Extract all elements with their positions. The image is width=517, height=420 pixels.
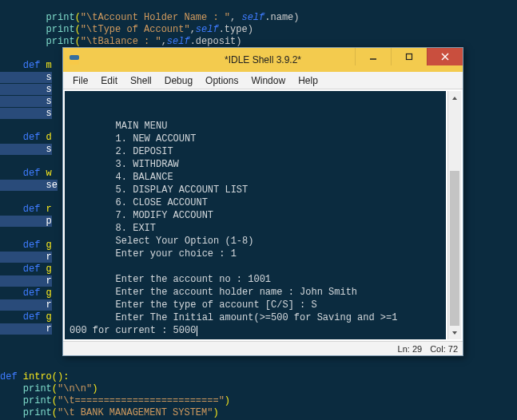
menu-debug[interactable]: Debug [158,73,199,88]
code-token: "\n\n" [58,383,92,394]
shell-line: Select Your Option (1-8) [70,236,253,247]
code-token: def [0,311,46,323]
shell-line: 3. WITHDRAW [70,159,179,170]
code-token: (): [52,371,70,382]
shell-line: MAIN MENU [70,121,167,132]
code-token: r [0,323,52,335]
code-token: .name) [264,12,299,23]
menu-edit[interactable]: Edit [94,73,124,88]
maximize-button[interactable] [391,48,427,65]
shell-line: Enter the account holder name : John Smi… [70,287,357,298]
shell-line: Enter the type of account [C/S] : S [70,299,317,311]
shell-text-area[interactable]: MAIN MENU 1. NEW ACCOUNT 2. DEPOSIT 3. W… [65,91,446,339]
code-token: ( [75,24,81,35]
status-line: Ln: 29 [398,344,423,354]
text-cursor [197,326,197,336]
code-token: intro [23,371,52,382]
statusbar: Ln: 29 Col: 72 [63,341,463,355]
code-token: ) [225,395,230,406]
code-token: print [0,24,75,35]
code-token: s [0,144,52,155]
code-token: def [0,371,23,382]
code-token: .type) [219,24,253,35]
code-token: se [0,180,58,191]
menu-help[interactable]: Help [292,73,324,88]
code-token: r [0,275,52,287]
code-token: print [0,383,52,394]
shell-line: 2. DEPOSIT [70,146,173,157]
shell-line: Enter the account no : 1001 [70,274,271,285]
code-token: w [46,168,52,179]
code-token: p [0,216,52,227]
code-token: ( [52,383,58,394]
code-token: self [196,24,219,35]
shell-body: MAIN MENU 1. NEW ACCOUNT 2. DEPOSIT 3. W… [63,89,463,341]
code-token: print [0,36,75,47]
code-token: print [0,407,52,418]
code-token: "\tType of Account" [81,24,190,35]
code-token: def [0,240,46,251]
code-token: g [46,240,52,251]
code-token: g [46,311,52,323]
svg-marker-7 [452,331,457,335]
menu-window[interactable]: Window [245,73,292,88]
shell-line: 6. CLOSE ACCOUNT [70,197,208,208]
code-token: self [167,36,190,47]
code-token: def [0,60,46,71]
shell-line: 8. EXIT [70,223,156,234]
code-token: , [230,12,241,23]
code-token: r [46,204,52,215]
code-token: "\t BANK MANAGEMENT SYSTEM" [58,407,213,418]
code-token: s [0,96,52,107]
shell-line: 000 for current : 5000 [70,325,196,336]
code-token: ) [92,383,97,394]
code-token: def [0,263,46,275]
menu-shell[interactable]: Shell [124,73,158,88]
minimize-button[interactable] [355,48,391,65]
code-token: g [46,263,52,275]
code-token: def [0,204,46,215]
window-controls [355,48,463,65]
code-token: def [0,287,46,299]
idle-shell-window: *IDLE Shell 3.9.2* File Edit Shell Debug… [62,47,463,356]
close-button[interactable] [427,48,463,65]
code-token: d [46,132,52,143]
code-token: "\tBalance : " [81,36,161,47]
vertical-scrollbar[interactable] [447,91,461,339]
code-token: s [0,84,52,95]
code-token: "\tAccount Holder Name : " [81,12,230,23]
shell-line: 1. NEW ACCOUNT [70,133,196,145]
status-column: Col: 72 [430,344,458,354]
scroll-up-button[interactable] [448,91,461,105]
code-token: print [0,12,75,23]
code-token: ( [52,395,58,406]
code-token: def [0,132,46,143]
menu-file[interactable]: File [66,73,94,88]
code-token: r [0,299,52,311]
code-token: ( [52,407,58,418]
code-token: s [0,108,52,119]
code-token: ( [75,12,81,23]
menubar: File Edit Shell Debug Options Window Hel… [63,72,463,89]
shell-line: Enter The Initial amount(>=500 for Savin… [70,312,397,323]
scroll-track[interactable] [448,105,461,326]
scroll-thumb[interactable] [450,171,459,326]
code-token: m [46,60,52,71]
code-token: self [241,12,264,23]
code-token: , [161,36,167,47]
svg-rect-3 [407,54,412,60]
svg-rect-1 [70,60,79,65]
python-icon [68,53,81,66]
svg-rect-0 [70,55,79,60]
shell-line: 5. DISPLAY ACCOUNT LIST [70,184,248,196]
code-token: s [0,72,52,83]
shell-line: 7. MODIFY ACCOUNT [70,210,213,221]
code-token: , [190,24,196,35]
menu-options[interactable]: Options [199,73,245,88]
code-token: r [0,252,52,263]
svg-marker-6 [452,97,457,100]
code-token: g [46,287,52,299]
scroll-down-button[interactable] [448,326,461,339]
code-token: ( [75,36,81,47]
titlebar[interactable]: *IDLE Shell 3.9.2* [63,48,463,72]
